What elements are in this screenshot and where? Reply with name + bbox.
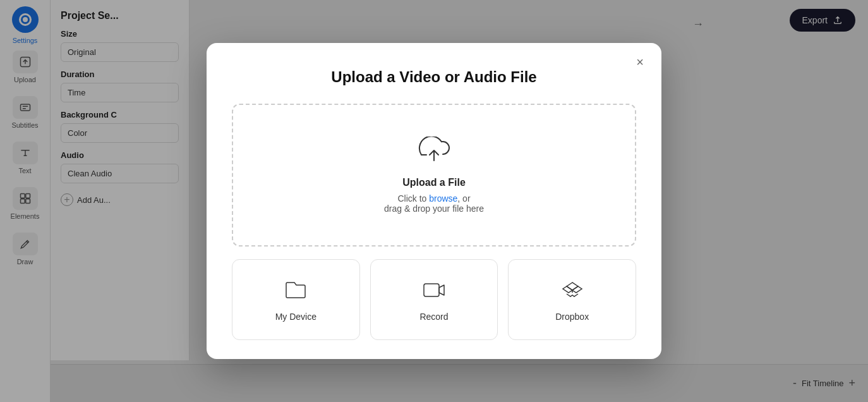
dropbox-label: Dropbox [555, 312, 589, 322]
dropbox-icon-container [560, 277, 585, 303]
dropbox-icon [561, 279, 584, 302]
source-cards: My Device Record [232, 259, 636, 340]
or-text: , or [457, 193, 470, 204]
dropbox-card[interactable]: Dropbox [508, 259, 636, 340]
browse-link[interactable]: browse [429, 193, 457, 204]
drop-zone[interactable]: Upload a File Click to browse, or drag &… [232, 104, 636, 247]
drag-drop-text: drag & drop your file here [384, 204, 484, 214]
modal-title: Upload a Video or Audio File [232, 68, 636, 86]
my-device-label: My Device [275, 312, 316, 322]
my-device-card[interactable]: My Device [232, 259, 360, 340]
my-device-icon-container [283, 277, 308, 303]
folder-icon [284, 279, 307, 302]
click-to-text: Click to [397, 193, 429, 204]
drop-zone-title: Upload a File [246, 177, 622, 188]
record-icon-container [421, 277, 447, 303]
svg-rect-6 [424, 284, 439, 296]
upload-modal: × Upload a Video or Audio File Upload a … [207, 43, 661, 359]
drop-zone-subtitle: Click to browse, or drag & drop your fil… [246, 193, 622, 214]
modal-close-button[interactable]: × [631, 53, 649, 71]
record-card[interactable]: Record [370, 259, 498, 340]
record-label: Record [419, 312, 448, 322]
camera-icon [423, 279, 445, 302]
cloud-upload-icon [418, 137, 450, 164]
